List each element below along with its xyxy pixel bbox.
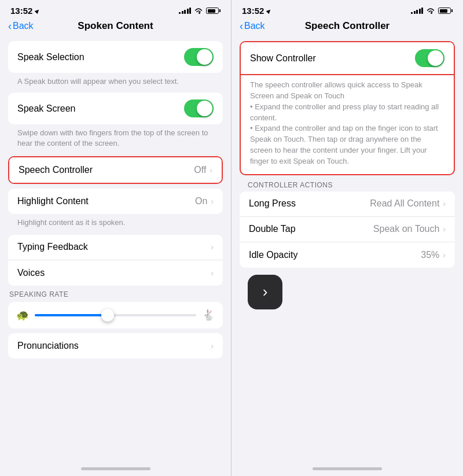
show-controller-toggle-knob xyxy=(428,50,443,66)
speech-controller-label: Speech Controller xyxy=(19,165,93,175)
voices-chevron: › xyxy=(211,268,214,278)
speak-selection-subtext: A Speak button will appear when you sele… xyxy=(8,74,223,91)
speed-slider-track[interactable] xyxy=(35,314,196,316)
right-status-bar: 13:52 ▲ xyxy=(232,0,463,18)
left-nav-bar: ‹ Back Spoken Content xyxy=(0,18,231,36)
highlight-content-section: Highlight Content On › xyxy=(8,189,223,214)
pronunciations-section: Pronunciations › xyxy=(8,333,223,359)
left-status-bar: 13:52 ▲ xyxy=(0,0,231,18)
show-controller-highlight: Show Controller xyxy=(240,41,455,75)
slider-thumb[interactable] xyxy=(101,309,114,322)
back-label: Back xyxy=(13,21,34,31)
controller-description-box: The speech controller allows quick acces… xyxy=(240,75,455,175)
idle-opacity-row[interactable]: Idle Opacity 35% › xyxy=(240,242,455,268)
speaking-rate-label: SPEAKING RATE xyxy=(8,290,223,298)
left-page-title: Spoken Content xyxy=(78,20,153,32)
left-home-indicator xyxy=(0,463,231,476)
right-content: Show Controller The speech controller al… xyxy=(232,36,463,463)
toggle-knob-2 xyxy=(197,101,212,116)
slider-fill xyxy=(35,314,108,316)
right-page-title: Speech Controller xyxy=(305,20,389,32)
left-time: 13:52 ▲ xyxy=(10,6,41,16)
controller-description: The speech controller allows quick acces… xyxy=(250,80,444,167)
idle-opacity-label: Idle Opacity xyxy=(249,250,297,260)
highlight-content-row[interactable]: Highlight Content On › xyxy=(8,189,223,214)
speak-screen-toggle[interactable] xyxy=(184,99,214,117)
highlight-content-chevron: › xyxy=(211,197,214,206)
long-press-row[interactable]: Long Press Read All Content › xyxy=(240,191,455,217)
long-press-chevron: › xyxy=(443,199,446,208)
highlight-content-value: On xyxy=(195,196,207,206)
fast-rabbit-icon: 🐇 xyxy=(202,309,215,322)
pronunciations-chevron: › xyxy=(211,341,214,350)
right-back-label: Back xyxy=(244,21,265,31)
voices-label: Voices xyxy=(17,268,45,278)
battery-icon xyxy=(206,8,221,14)
long-press-right: Read All Content › xyxy=(370,198,446,209)
right-time: 13:52 ▲ xyxy=(242,6,273,16)
pronunciations-right: › xyxy=(211,341,214,350)
double-tap-right: Speak on Touch › xyxy=(373,224,446,234)
home-bar xyxy=(81,467,150,470)
typing-voices-section: Typing Feedback › Voices › xyxy=(8,235,223,286)
controller-button[interactable]: › xyxy=(248,275,282,309)
toggle-knob xyxy=(197,49,212,65)
typing-feedback-label: Typing Feedback xyxy=(17,242,88,252)
pronunciations-row[interactable]: Pronunciations › xyxy=(8,333,223,359)
speech-controller-row[interactable]: Speech Controller Off › xyxy=(9,157,222,183)
slider-row: 🐢 🐇 xyxy=(8,302,223,329)
right-signal-icon xyxy=(411,8,423,14)
speech-controller-right: Off › xyxy=(194,165,212,175)
typing-feedback-right: › xyxy=(211,242,214,252)
speak-screen-section: Speak Screen xyxy=(8,93,223,124)
speak-selection-row[interactable]: Speak Selection xyxy=(8,41,223,73)
double-tap-row[interactable]: Double Tap Speak on Touch › xyxy=(240,217,455,242)
left-back-button[interactable]: ‹ Back xyxy=(8,20,34,32)
long-press-label: Long Press xyxy=(249,198,296,209)
controller-actions-label: CONTROLLER ACTIONS xyxy=(248,181,447,189)
long-press-value: Read All Content xyxy=(370,198,439,209)
right-location-arrow-icon: ▲ xyxy=(264,5,274,16)
left-content: Speak Selection A Speak button will appe… xyxy=(0,36,231,463)
signal-icon xyxy=(179,8,191,14)
speak-selection-label: Speak Selection xyxy=(17,52,84,62)
typing-feedback-row[interactable]: Typing Feedback › xyxy=(8,235,223,260)
typing-feedback-chevron: › xyxy=(211,242,214,252)
pronunciations-label: Pronunciations xyxy=(17,341,79,351)
right-back-button[interactable]: ‹ Back xyxy=(240,20,265,32)
idle-opacity-right: 35% › xyxy=(421,250,446,260)
double-tap-value: Speak on Touch xyxy=(373,224,439,234)
speech-controller-highlight: Speech Controller Off › xyxy=(8,156,223,184)
idle-opacity-chevron: › xyxy=(443,250,446,260)
speech-controller-value: Off xyxy=(194,165,206,175)
speak-screen-row[interactable]: Speak Screen xyxy=(8,93,223,124)
highlight-content-label: Highlight Content xyxy=(17,196,89,206)
right-phone-panel: 13:52 ▲ xyxy=(232,0,463,476)
show-controller-row[interactable]: Show Controller xyxy=(241,42,454,74)
status-icons xyxy=(179,8,221,14)
show-controller-label: Show Controller xyxy=(250,53,316,64)
location-arrow-icon: ▲ xyxy=(32,5,43,16)
double-tap-label: Double Tap xyxy=(249,224,296,234)
voices-row[interactable]: Voices › xyxy=(8,260,223,286)
idle-opacity-value: 35% xyxy=(421,250,439,260)
right-nav-bar: ‹ Back Speech Controller xyxy=(232,18,463,36)
double-tap-chevron: › xyxy=(443,224,446,234)
voices-right: › xyxy=(211,268,214,278)
right-time-display: 13:52 xyxy=(242,6,264,16)
right-wifi-icon xyxy=(426,8,435,14)
speaking-rate-section: SPEAKING RATE 🐢 🐇 xyxy=(8,290,223,329)
time-display: 13:52 xyxy=(10,6,32,16)
show-controller-toggle[interactable] xyxy=(415,49,444,67)
highlight-content-right: On › xyxy=(195,196,214,206)
left-phone-panel: 13:52 ▲ xyxy=(0,0,232,476)
right-home-bar xyxy=(313,467,382,470)
controller-actions-section: Long Press Read All Content › Double Tap… xyxy=(240,191,455,268)
right-battery-icon xyxy=(438,8,453,14)
speak-selection-toggle[interactable] xyxy=(184,48,214,66)
speak-screen-subtext: Swipe down with two fingers from the top… xyxy=(8,126,223,153)
right-status-icons xyxy=(411,8,453,14)
speech-controller-chevron: › xyxy=(210,165,212,175)
speak-selection-section: Speak Selection xyxy=(8,41,223,73)
highlight-content-subtext: Highlight content as it is spoken. xyxy=(8,215,223,233)
